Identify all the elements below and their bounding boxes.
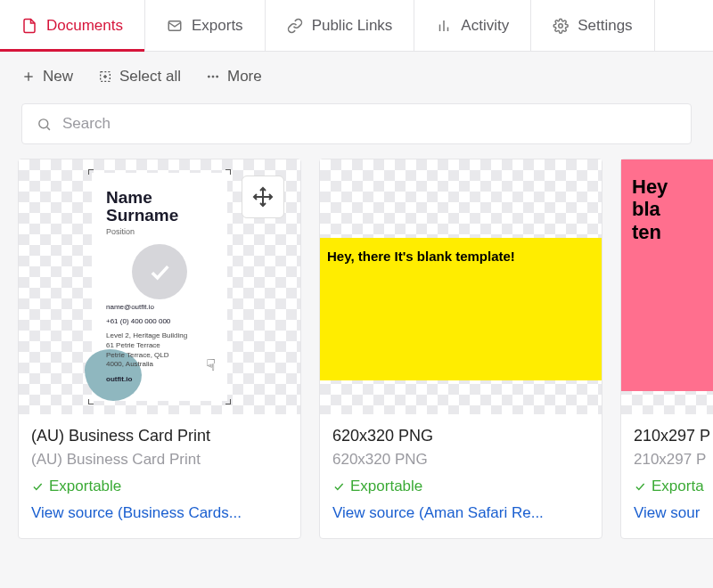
card-preview: Name Surname Position name@outfit.io +61… — [19, 159, 300, 414]
yellow-banner-preview: Hey, there It's blank template! — [320, 238, 602, 380]
gear-icon — [553, 18, 569, 34]
card-preview: Hey bla ten — [621, 159, 713, 414]
card-title: (AU) Business Card Print — [31, 427, 288, 445]
search-icon — [37, 117, 52, 132]
check-icon — [634, 480, 646, 493]
tab-label: Documents — [46, 17, 123, 35]
card-title: 620x320 PNG — [332, 427, 589, 445]
svg-line-14 — [47, 127, 50, 129]
bizcard-position: Position — [106, 227, 213, 236]
link-icon — [287, 18, 303, 34]
bizcard-brand: outfit.io — [106, 375, 187, 385]
check-circle-icon — [132, 244, 187, 299]
svg-point-4 — [559, 23, 563, 28]
search-bar[interactable] — [21, 103, 692, 144]
tab-settings[interactable]: Settings — [531, 0, 654, 51]
select-all-icon — [98, 69, 112, 84]
tab-label: Public Links — [312, 17, 393, 35]
tab-public-links[interactable]: Public Links — [266, 0, 415, 51]
tab-bar: Documents Exports Public Links Activity … — [0, 0, 713, 52]
card-preview: Hey, there It's blank template! — [320, 159, 602, 414]
svg-point-12 — [217, 76, 218, 78]
view-source-link[interactable]: View source (Business Cards... — [31, 504, 288, 522]
document-icon — [21, 18, 37, 34]
move-icon — [252, 186, 274, 208]
card-grid: Name Surname Position name@outfit.io +61… — [0, 159, 713, 539]
more-label: More — [227, 68, 262, 86]
card-meta: 620x320 PNG 620x320 PNG Exportable View … — [320, 414, 602, 538]
more-icon — [206, 69, 220, 84]
tab-documents[interactable]: Documents — [0, 0, 145, 51]
more-button[interactable]: More — [206, 68, 262, 86]
status-badge: Exporta — [634, 478, 713, 495]
card-subtitle: (AU) Business Card Print — [31, 451, 288, 469]
mail-icon — [167, 18, 183, 34]
bizcard-name2: Surname — [106, 207, 213, 225]
check-icon — [332, 480, 345, 493]
tab-label: Activity — [461, 17, 509, 35]
new-button[interactable]: New — [21, 68, 73, 86]
status-text: Exporta — [652, 478, 704, 495]
svg-point-11 — [212, 76, 214, 78]
card-subtitle: 210x297 P — [634, 451, 713, 469]
toolbar: New Select all More — [0, 52, 713, 96]
select-all-label: Select all — [119, 68, 181, 86]
document-card[interactable]: Name Surname Position name@outfit.io +61… — [18, 159, 301, 539]
pink-banner-preview: Hey bla ten — [621, 159, 713, 391]
tab-label: Settings — [578, 17, 632, 35]
card-title: 210x297 P — [634, 427, 713, 445]
status-badge: Exportable — [31, 478, 288, 495]
business-card-preview: Name Surname Position name@outfit.io +61… — [92, 173, 227, 401]
card-meta: 210x297 P 210x297 P Exporta View sour — [621, 414, 713, 538]
banner-text: Hey, there It's blank template! — [327, 249, 515, 264]
status-text: Exportable — [49, 478, 121, 495]
svg-point-10 — [208, 76, 209, 78]
view-source-link[interactable]: View sour — [634, 504, 713, 522]
bizcard-address: Level 2, Heritage Building 61 Petrie Ter… — [106, 331, 187, 370]
drag-handle[interactable] — [242, 176, 284, 218]
tab-activity[interactable]: Activity — [414, 0, 531, 51]
document-card[interactable]: Hey bla ten 210x297 P 210x297 P Exporta … — [620, 159, 713, 539]
tab-exports[interactable]: Exports — [145, 0, 266, 51]
check-icon — [31, 480, 44, 493]
bars-icon — [436, 18, 452, 34]
document-card[interactable]: Hey, there It's blank template! 620x320 … — [319, 159, 602, 539]
svg-point-13 — [39, 118, 48, 127]
select-all-button[interactable]: Select all — [98, 68, 181, 86]
tab-label: Exports — [192, 17, 243, 35]
view-source-link[interactable]: View source (Aman Safari Re... — [332, 504, 589, 522]
bizcard-name1: Name — [106, 189, 213, 207]
bizcard-email: name@outfit.io — [106, 303, 187, 313]
card-meta: (AU) Business Card Print (AU) Business C… — [19, 414, 300, 538]
plus-icon — [21, 69, 36, 84]
status-text: Exportable — [350, 478, 422, 495]
card-subtitle: 620x320 PNG — [332, 451, 589, 469]
status-badge: Exportable — [332, 478, 589, 495]
search-input[interactable] — [62, 115, 676, 133]
banner-text: Hey bla ten — [632, 176, 668, 243]
bizcard-phone: +61 (0) 400 000 000 — [106, 317, 187, 327]
new-label: New — [43, 68, 73, 86]
